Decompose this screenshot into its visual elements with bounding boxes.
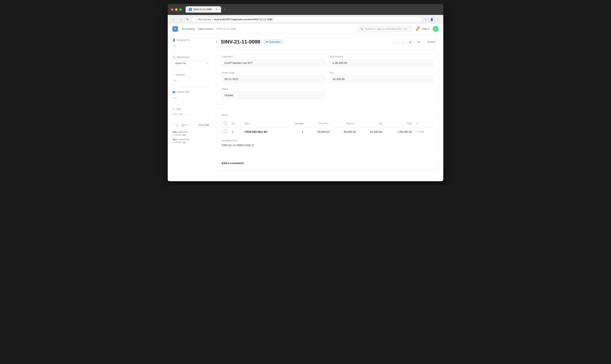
header-right: 🔍 Search or type a command (Ctrl + G) 🔔 … bbox=[357, 26, 438, 32]
paperclip-icon: 📎 bbox=[173, 56, 175, 59]
reviews-section: ☆ Reviews + bbox=[173, 73, 211, 83]
sidebar-divider-5 bbox=[173, 119, 211, 120]
tab-bar: F SINV-21-11-0098 ✕ + bbox=[186, 6, 440, 13]
amended-from-group: Amended From SINV-21-11-0098-CANC-0 bbox=[221, 139, 433, 147]
security-warning-icon: ⚠ bbox=[195, 18, 197, 21]
shared-with-section: 👥 Shared With + bbox=[173, 91, 211, 100]
browser-titlebar: F SINV-21-11-0098 ✕ + bbox=[168, 4, 443, 15]
follow-button[interactable]: FOLLOW bbox=[197, 123, 211, 128]
col-settings: ⚙ bbox=[414, 120, 433, 128]
likes-comments-row: ♡ 0 · 💬 0 FOLLOW bbox=[173, 123, 211, 128]
tax-group: Tax 16,200.00 bbox=[330, 71, 433, 83]
tax-label: Tax bbox=[330, 71, 433, 74]
add-shared-button[interactable]: + bbox=[173, 95, 178, 100]
page-content: 👤 Assigned To + 📎 Attachments Attach Fil… bbox=[168, 34, 443, 175]
select-all-checkbox[interactable] bbox=[224, 122, 227, 125]
close-button[interactable] bbox=[171, 8, 173, 11]
bookmark-icon[interactable]: ☆ bbox=[424, 17, 428, 22]
new-tab-button[interactable]: + bbox=[222, 7, 227, 12]
person-icon: 👤 bbox=[173, 39, 175, 41]
notification-button[interactable]: 🔔 bbox=[415, 27, 419, 30]
maximize-button[interactable] bbox=[179, 8, 182, 11]
attach-file-button[interactable]: Attach File + bbox=[173, 61, 211, 66]
status-dot bbox=[266, 41, 268, 42]
search-icon: 🔍 bbox=[360, 27, 363, 30]
attachments-label: 📎 Attachments bbox=[173, 56, 211, 59]
customer-group: Customer * CUST-Denver-Lee-077 bbox=[221, 55, 325, 67]
reload-button[interactable]: ↻ bbox=[185, 17, 190, 22]
page-title-row: ≡ SINV-21-11-0098 Submitted ‹ › 🖨 ••• Ca… bbox=[216, 39, 438, 45]
reviews-label: ☆ Reviews bbox=[173, 73, 211, 76]
cancel-button[interactable]: Cancel bbox=[424, 39, 438, 45]
status-label: Submitted bbox=[269, 40, 280, 43]
row-net-amount: 90,000.00 bbox=[332, 128, 358, 136]
help-button[interactable]: Help ▾ bbox=[422, 27, 429, 30]
toolbar-actions: ☆ 👤 ⋮ bbox=[424, 17, 440, 22]
activity-action-2: created this bbox=[177, 138, 190, 141]
page-title: SINV-21-11-0098 bbox=[221, 39, 260, 45]
breadcrumb-accounting[interactable]: Accounting bbox=[182, 27, 195, 30]
likes-count: 0 bbox=[176, 124, 178, 127]
invoice-date-label: Invoice Date bbox=[221, 71, 325, 74]
browser-toolbar: ← → ↻ ⚠ Not Secure | local.build:8007/ap… bbox=[168, 15, 443, 24]
active-tab[interactable]: F SINV-21-11-0098 ✕ bbox=[186, 6, 221, 13]
add-assigned-button[interactable]: + bbox=[173, 43, 178, 49]
row-checkbox[interactable] bbox=[224, 130, 227, 133]
menu-icon[interactable]: ⋮ bbox=[436, 17, 440, 22]
table-settings-icon[interactable]: ⚙ bbox=[416, 122, 419, 125]
help-label: Help bbox=[422, 27, 427, 30]
status-group: Status Unpaid bbox=[221, 88, 325, 99]
prev-button[interactable]: ‹ bbox=[393, 39, 398, 45]
col-item: Item bbox=[242, 120, 285, 128]
shared-with-label: 👥 Shared With bbox=[173, 91, 211, 93]
forward-button[interactable]: → bbox=[178, 17, 184, 22]
tax-value: 16,200.00 bbox=[330, 75, 433, 83]
app-header: F › Accounting › Sales Invoice › SINV-21… bbox=[168, 24, 443, 34]
not-secure-label: Not Secure bbox=[198, 18, 211, 21]
tag-icon: 🏷 bbox=[173, 108, 175, 110]
app-logo: F bbox=[173, 26, 178, 32]
page-actions: ‹ › 🖨 ••• Cancel bbox=[393, 39, 438, 45]
breadcrumb-sales-invoice[interactable]: Sales Invoice bbox=[198, 27, 213, 30]
more-actions-button[interactable]: ••• bbox=[415, 39, 423, 45]
row-tax: 16,200.00 bbox=[358, 128, 385, 136]
amended-from-value: SINV-21-11-0098-CANC-0 bbox=[221, 144, 433, 147]
sidebar-divider-3 bbox=[173, 87, 211, 87]
col-tax: Tax bbox=[358, 120, 385, 128]
next-button[interactable]: › bbox=[399, 39, 405, 45]
search-placeholder: Search or type a command (Ctrl + G) bbox=[365, 27, 407, 30]
address-url: local.build:8007/app/sales-invoice/SINV-… bbox=[214, 18, 272, 21]
invoice-date-value[interactable]: 05-11-2021 bbox=[221, 75, 325, 83]
address-bar[interactable]: ⚠ Not Secure | local.build:8007/app/sale… bbox=[192, 16, 422, 22]
back-button[interactable]: ← bbox=[171, 17, 176, 22]
comments-count: 0 bbox=[186, 124, 188, 127]
total-amount-value: 1,06,200.00 bbox=[330, 59, 433, 67]
tab-close-icon[interactable]: ✕ bbox=[215, 8, 218, 11]
items-section-label: Items bbox=[221, 114, 433, 117]
pencil-icon: ✏ bbox=[416, 130, 419, 133]
profile-icon[interactable]: 👤 bbox=[429, 17, 434, 22]
row-edit-button[interactable]: ✏ Edit bbox=[416, 130, 424, 133]
activity-time-1: 1 minute ago bbox=[173, 133, 186, 136]
hamburger-icon[interactable]: ≡ bbox=[216, 40, 217, 44]
col-no: No. bbox=[229, 120, 242, 128]
tab-favicon: F bbox=[189, 8, 192, 11]
search-bar[interactable]: 🔍 Search or type a command (Ctrl + G) bbox=[357, 26, 412, 32]
row-quantity: 1 bbox=[285, 128, 306, 136]
sidebar-divider-4 bbox=[173, 104, 211, 104]
star-icon: ☆ bbox=[173, 73, 175, 76]
items-card: Items No. Item Quantity Price Pe... bbox=[216, 108, 438, 153]
main-content: ≡ SINV-21-11-0098 Submitted ‹ › 🖨 ••• Ca… bbox=[216, 39, 438, 170]
avatar: A bbox=[433, 26, 438, 32]
print-button[interactable]: 🖨 bbox=[407, 39, 413, 45]
minimize-button[interactable] bbox=[175, 8, 178, 11]
status-field-label: Status bbox=[221, 88, 325, 90]
items-table: No. Item Quantity Price Pe... Net Am... … bbox=[221, 120, 433, 136]
customer-value[interactable]: CUST-Denver-Lee-077 bbox=[221, 59, 325, 67]
comment-card: Add a comment bbox=[216, 156, 438, 170]
chevron-down-icon: ▾ bbox=[428, 27, 429, 30]
notification-dot bbox=[418, 27, 419, 28]
add-review-button[interactable]: + bbox=[173, 78, 178, 83]
attachments-section: 📎 Attachments Attach File + bbox=[173, 56, 211, 66]
add-tag-placeholder[interactable]: Add a tag ... bbox=[173, 113, 185, 116]
